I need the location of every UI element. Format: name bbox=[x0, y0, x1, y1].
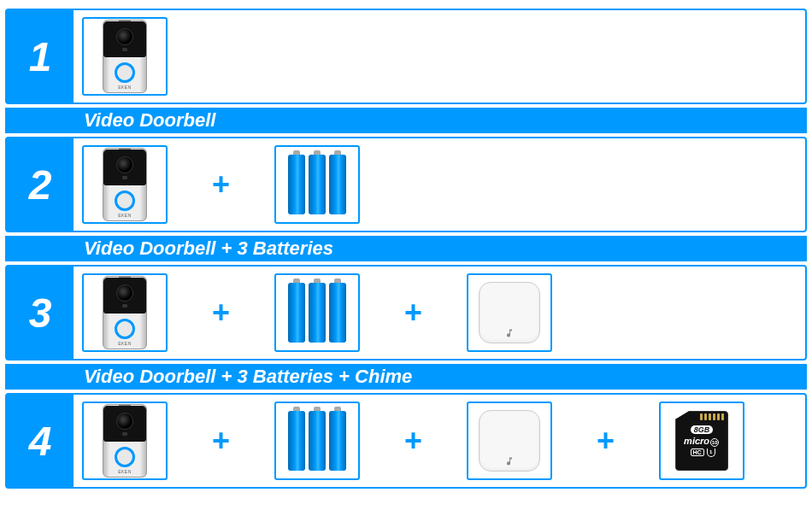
product-options-container: 1 EKEN Video Doorbell 2 EKEN + bbox=[0, 0, 812, 489]
doorbell-brand-label: EKEN bbox=[118, 341, 132, 346]
chime-box bbox=[467, 402, 552, 480]
option-items: EKEN + + bbox=[74, 267, 805, 359]
batteries-box bbox=[274, 402, 360, 480]
plus-icon: + bbox=[168, 295, 274, 331]
doorbell-box: EKEN bbox=[82, 402, 168, 480]
option-row-1: 1 EKEN bbox=[5, 9, 807, 104]
doorbell-box: EKEN bbox=[82, 145, 168, 224]
music-note-icon bbox=[501, 455, 518, 467]
sdcard-capacity: 8GB bbox=[691, 425, 714, 434]
music-note-icon bbox=[501, 327, 518, 339]
plus-icon: + bbox=[360, 295, 467, 331]
option-caption-3: Video Doorbell + 3 Batteries + Chime bbox=[5, 364, 807, 390]
batteries-box bbox=[274, 273, 360, 352]
doorbell-brand-label: EKEN bbox=[118, 469, 132, 474]
option-row-2: 2 EKEN + bbox=[5, 137, 807, 232]
option-number: 2 bbox=[7, 138, 74, 231]
option-number: 4 bbox=[7, 395, 74, 487]
batteries-icon bbox=[288, 283, 346, 343]
batteries-icon bbox=[288, 155, 346, 214]
plus-icon: + bbox=[552, 423, 659, 459]
doorbell-brand-label: EKEN bbox=[118, 85, 132, 90]
plus-icon: + bbox=[168, 167, 274, 202]
doorbell-icon: EKEN bbox=[103, 276, 147, 349]
option-number: 3 bbox=[7, 267, 74, 359]
sdcard-icon: 8GB micro10 HC 1 bbox=[675, 411, 728, 471]
doorbell-box: EKEN bbox=[82, 273, 168, 352]
batteries-box bbox=[274, 145, 360, 224]
doorbell-icon: EKEN bbox=[103, 20, 147, 93]
option-row-4: 4 EKEN + + + bbox=[5, 393, 807, 489]
sdcard-box: 8GB micro10 HC 1 bbox=[659, 402, 744, 480]
batteries-icon bbox=[288, 411, 346, 471]
chime-icon bbox=[479, 282, 540, 343]
option-caption-1: Video Doorbell bbox=[5, 108, 807, 133]
option-caption-2: Video Doorbell + 3 Batteries bbox=[5, 236, 807, 261]
option-number: 1 bbox=[7, 10, 74, 103]
sdcard-type: micro10 bbox=[684, 437, 720, 447]
chime-icon bbox=[479, 410, 540, 472]
doorbell-box: EKEN bbox=[82, 17, 168, 96]
option-items: EKEN bbox=[74, 10, 805, 103]
doorbell-icon: EKEN bbox=[103, 148, 147, 221]
doorbell-icon: EKEN bbox=[103, 404, 147, 478]
plus-icon: + bbox=[168, 423, 274, 459]
doorbell-brand-label: EKEN bbox=[118, 213, 132, 218]
option-row-3: 3 EKEN + + bbox=[5, 265, 807, 361]
plus-icon: + bbox=[360, 423, 467, 459]
sdcard-class-row: HC 1 bbox=[689, 448, 715, 457]
option-items: EKEN + bbox=[74, 138, 805, 231]
option-items: EKEN + + + 8GB bbox=[74, 395, 805, 487]
chime-box bbox=[467, 273, 552, 352]
